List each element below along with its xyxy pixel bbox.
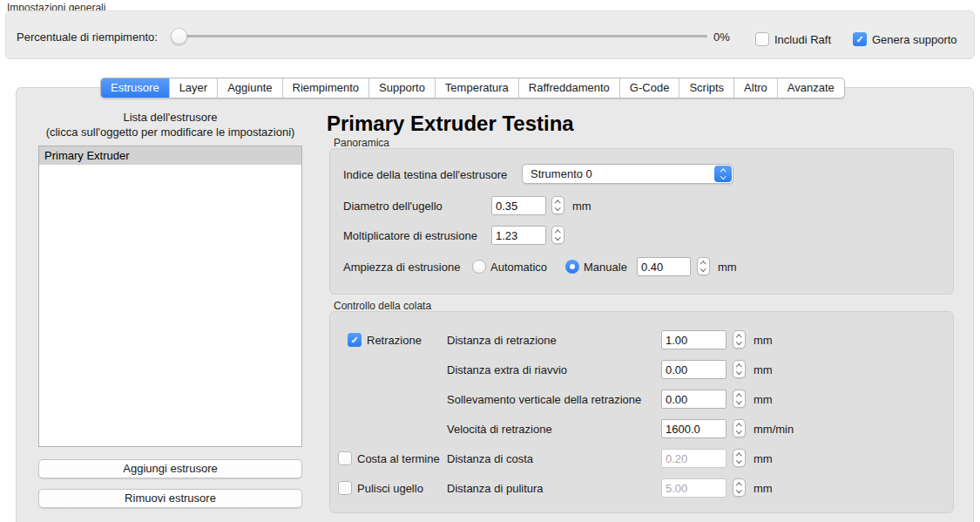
tab-temperatura[interactable]: Temperatura xyxy=(435,78,518,98)
generate-support-checkbox[interactable]: ✓ xyxy=(853,32,867,46)
include-raft-checkbox[interactable] xyxy=(755,32,769,46)
retraction-checkbox[interactable]: ✓ xyxy=(348,333,362,347)
tab-supporto[interactable]: Supporto xyxy=(368,78,435,98)
list-item-primary-extruder[interactable]: Primary Extruder xyxy=(39,146,301,165)
toolhead-index-label: Indice della testina dell'estrusore xyxy=(343,168,507,181)
tab-avanzate[interactable]: Avanzate xyxy=(777,78,844,98)
extrusion-width-auto-radio[interactable] xyxy=(472,260,486,274)
extrusion-width-manual-radio-row[interactable]: Manuale xyxy=(565,257,627,276)
tab-raffreddamento[interactable]: Raffreddamento xyxy=(518,78,619,98)
generate-support-checkbox-row[interactable]: ✓ Genera supporto xyxy=(853,30,957,49)
stepper-down-icon xyxy=(555,234,560,240)
tab-layer[interactable]: Layer xyxy=(169,78,218,98)
coast-checkbox-label: Costa al termine xyxy=(357,452,440,465)
tab-scripts[interactable]: Scripts xyxy=(679,78,733,98)
vertical-lift-input[interactable] xyxy=(661,390,727,409)
tab-aggiunte[interactable]: Aggiunte xyxy=(217,78,281,98)
extrusion-width-unit: mm xyxy=(718,261,737,274)
coast-distance-label: Distanza di costa xyxy=(447,452,533,465)
general-settings-box: Percentuale di riempimento: 0% Includi R… xyxy=(5,10,975,59)
retraction-distance-input[interactable] xyxy=(661,330,727,349)
coast-distance-stepper[interactable] xyxy=(733,449,746,467)
extra-restart-unit: mm xyxy=(754,363,773,376)
extrusion-width-label: Ampiezza di estrusione xyxy=(343,261,460,274)
retraction-distance-unit: mm xyxy=(754,334,773,347)
popup-chevrons-icon xyxy=(714,166,732,182)
coast-checkbox-row[interactable]: Costa al termine xyxy=(338,449,440,468)
retraction-speed-row: Velocità di retrazione xyxy=(447,419,552,438)
wipe-checkbox-row[interactable]: Pulisci ugello xyxy=(338,478,423,498)
extrusion-multiplier-row: Moltiplicatore di estrusione xyxy=(343,226,477,245)
retraction-speed-stepper[interactable] xyxy=(733,419,746,437)
retraction-distance-label: Distanza di retrazione xyxy=(447,334,557,347)
toolhead-index-select[interactable]: Strumento 0 xyxy=(522,164,733,184)
extruder-list-heading-line2: (clicca sull'oggetto per modificare le i… xyxy=(26,125,314,139)
extrusion-width-manual-radio[interactable] xyxy=(565,260,579,274)
ooze-control-section-label: Controllo della colata xyxy=(334,300,431,312)
stepper-down-icon xyxy=(736,428,741,433)
extrusion-multiplier-stepper[interactable] xyxy=(551,226,564,244)
wipe-distance-stepper[interactable] xyxy=(733,478,746,497)
extrusion-width-input[interactable] xyxy=(637,257,691,276)
wipe-distance-unit: mm xyxy=(754,482,773,495)
extrusion-multiplier-input[interactable] xyxy=(491,226,546,245)
fill-percentage-slider-track[interactable] xyxy=(172,35,707,37)
retraction-distance-stepper[interactable] xyxy=(733,330,746,349)
stepper-down-icon xyxy=(736,339,741,344)
tab-gcode[interactable]: G-Code xyxy=(619,78,679,98)
extra-restart-row: Distanza extra di riavvio xyxy=(447,360,567,379)
wipe-distance-label: Distanza di pulitura xyxy=(447,482,544,495)
stepper-down-icon xyxy=(736,458,741,463)
toolhead-index-row: Indice della testina dell'estrusore xyxy=(343,165,507,184)
overview-groupbox: Indice della testina dell'estrusore Stru… xyxy=(329,148,954,295)
extra-restart-stepper[interactable] xyxy=(733,360,746,378)
coast-distance-input[interactable] xyxy=(661,449,727,468)
ooze-control-groupbox: ✓ Retrazione Distanza di retrazione mm D… xyxy=(329,311,954,513)
checkmark-icon: ✓ xyxy=(855,35,863,44)
tab-riempimento[interactable]: Riempimento xyxy=(282,78,369,98)
extra-restart-input[interactable] xyxy=(661,360,727,379)
nozzle-diameter-unit: mm xyxy=(572,200,591,213)
include-raft-checkbox-row[interactable]: Includi Raft xyxy=(755,30,831,49)
extrusion-multiplier-label: Moltiplicatore di estrusione xyxy=(343,229,477,242)
remove-extruder-button[interactable]: Rimuovi estrusore xyxy=(38,489,302,508)
extrusion-width-row: Ampiezza di estrusione xyxy=(343,257,460,276)
fill-percentage-slider-thumb[interactable] xyxy=(171,28,187,44)
retraction-speed-input[interactable] xyxy=(661,419,727,438)
extruder-list-heading-line1: Lista dell'estrusore xyxy=(38,111,302,124)
nozzle-diameter-stepper[interactable] xyxy=(551,196,564,214)
stepper-down-icon xyxy=(555,205,560,210)
extrusion-width-auto-radio-row[interactable]: Automatico xyxy=(472,257,547,276)
wipe-distance-input[interactable] xyxy=(661,478,727,498)
retraction-checkbox-row[interactable]: ✓ Retrazione xyxy=(348,330,422,349)
radio-dot xyxy=(570,264,575,269)
retraction-speed-label: Velocità di retrazione xyxy=(447,423,552,436)
coast-distance-unit: mm xyxy=(754,452,773,465)
nozzle-diameter-input[interactable] xyxy=(491,196,546,215)
retraction-distance-row: Distanza di retrazione xyxy=(447,330,557,349)
nozzle-diameter-label: Diametro dell'ugello xyxy=(343,200,443,213)
vertical-lift-label: Sollevamento verticale della retrazione xyxy=(447,393,641,406)
wipe-checkbox-label: Pulisci ugello xyxy=(357,482,423,495)
fill-percentage-value: 0% xyxy=(713,31,730,44)
vertical-lift-stepper[interactable] xyxy=(733,390,746,408)
wipe-distance-row: Distanza di pulitura xyxy=(447,478,544,498)
tab-altro[interactable]: Altro xyxy=(733,78,777,98)
extrusion-width-stepper[interactable] xyxy=(697,257,710,275)
extruder-listbox[interactable]: Primary Extruder xyxy=(38,146,302,447)
coast-checkbox[interactable] xyxy=(338,451,352,465)
fill-percentage-label: Percentuale di riempimento: xyxy=(17,31,158,44)
add-extruder-button[interactable]: Aggiungi estrusore xyxy=(38,459,302,478)
extrusion-width-manual-label: Manuale xyxy=(584,261,627,274)
retraction-checkbox-label: Retrazione xyxy=(367,334,422,347)
stepper-down-icon xyxy=(736,369,741,374)
stepper-down-icon xyxy=(736,398,741,403)
wipe-checkbox[interactable] xyxy=(338,481,352,495)
stepper-down-icon xyxy=(736,487,741,492)
overview-section-label: Panoramica xyxy=(334,137,389,149)
tab-estrusore[interactable]: Estrusore xyxy=(101,78,169,98)
vertical-lift-row: Sollevamento verticale della retrazione xyxy=(447,390,641,409)
coast-distance-row: Distanza di costa xyxy=(447,449,533,468)
editor-title: Primary Extruder Testina xyxy=(327,112,574,136)
extrusion-width-auto-label: Automatico xyxy=(490,261,547,274)
